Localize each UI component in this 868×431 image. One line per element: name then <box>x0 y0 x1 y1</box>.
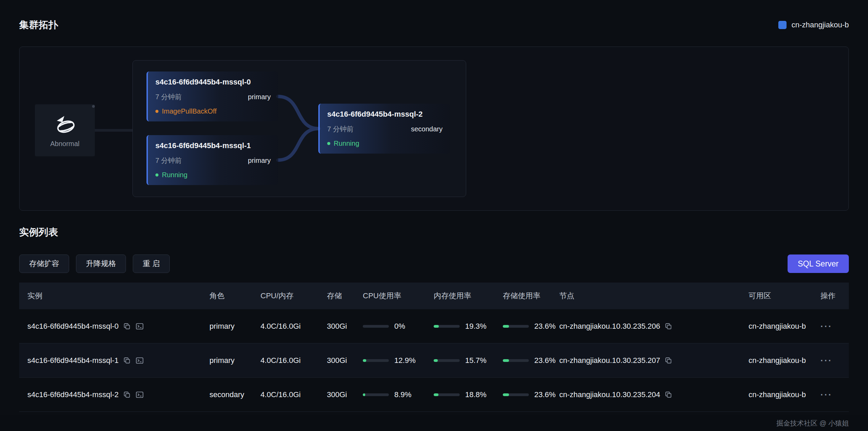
status-dot-icon <box>327 142 330 145</box>
zone-legend-label: cn-zhangjiakou-b <box>791 21 849 29</box>
pod-card-mssql-2[interactable]: s4c16-6f6d9445b4-mssql-2 7 分钟前 secondary… <box>318 104 450 154</box>
cluster-to-pods-connector <box>95 129 132 132</box>
pod-name: s4c16-6f6d9445b4-mssql-2 <box>327 110 443 119</box>
storage-usage-bar <box>503 359 529 362</box>
more-actions-icon[interactable]: ··· <box>820 356 832 365</box>
actions-cell: ··· <box>820 390 841 399</box>
storage-cell: 300Gi <box>327 356 363 365</box>
cpu-usage-bar <box>363 393 389 396</box>
storage-usage-bar <box>503 393 529 396</box>
mem-usage-value: 18.8% <box>465 390 486 399</box>
cpu-usage-value: 12.9% <box>394 356 416 365</box>
cpu-mem-cell: 4.0C/16.0Gi <box>260 390 327 399</box>
mem-usage-cell: 19.3% <box>434 322 503 331</box>
role-cell: secondary <box>209 390 260 399</box>
engine-button[interactable]: SQL Server <box>788 254 849 273</box>
copy-icon[interactable] <box>123 356 131 365</box>
table-row-mssql-0[interactable]: s4c16-6f6d9445b4-mssql-0 primary 4.0C/16… <box>19 309 849 343</box>
table-row-mssql-1[interactable]: s4c16-6f6d9445b4-mssql-1 primary 4.0C/16… <box>19 343 849 378</box>
pod-name: s4c16-6f6d9445b4-mssql-0 <box>155 78 271 87</box>
col-cpu-usage: CPU使用率 <box>363 291 434 301</box>
mem-usage-cell: 18.8% <box>434 390 503 399</box>
sqlserver-logo-icon <box>51 113 79 136</box>
topology-panel: Abnormal s4c16-6f6d9445b4-mssql-0 7 分钟前 … <box>19 47 849 211</box>
instances-title: 实例列表 <box>19 226 849 239</box>
pod-card-mssql-1[interactable]: s4c16-6f6d9445b4-mssql-1 7 分钟前 primary R… <box>146 135 278 185</box>
instance-name: s4c16-6f6d9445b4-mssql-1 <box>27 356 119 365</box>
page: 集群拓扑 cn-zhangjiakou-b Abnormal <box>0 0 868 431</box>
col-node: 节点 <box>559 291 749 301</box>
instances-table: 实例 角色 CPU/内存 存储 CPU使用率 内存使用率 存储使用率 节点 可用… <box>19 283 849 412</box>
cpu-usage-value: 8.9% <box>394 390 411 399</box>
cluster-status-node[interactable]: Abnormal <box>35 104 95 156</box>
copy-icon[interactable] <box>123 322 131 330</box>
restart-button[interactable]: 重 启 <box>133 254 170 273</box>
instances-toolbar: 存储扩容 升降规格 重 启 SQL Server <box>19 254 849 273</box>
cluster-connector-dot <box>92 105 95 108</box>
role-cell: primary <box>209 322 260 331</box>
cpu-mem-cell: 4.0C/16.0Gi <box>260 322 327 331</box>
node-cell: cn-zhangjiakou.10.30.235.206 <box>559 322 749 331</box>
storage-cell: 300Gi <box>327 322 363 331</box>
terminal-icon[interactable] <box>135 390 144 399</box>
pods-group-box: s4c16-6f6d9445b4-mssql-0 7 分钟前 primary I… <box>132 60 466 197</box>
pod-name: s4c16-6f6d9445b4-mssql-1 <box>155 141 271 150</box>
storage-usage-cell: 23.6% <box>503 322 559 331</box>
pod-age: 7 分钟前 <box>155 92 182 102</box>
terminal-icon[interactable] <box>135 356 144 365</box>
instance-cell: s4c16-6f6d9445b4-mssql-1 <box>27 356 209 365</box>
copy-icon[interactable] <box>123 391 131 399</box>
more-actions-icon[interactable]: ··· <box>820 390 832 399</box>
resize-spec-button[interactable]: 升降规格 <box>76 254 126 273</box>
copy-icon[interactable] <box>664 356 673 365</box>
pod-age: 7 分钟前 <box>327 125 354 134</box>
col-zone: 可用区 <box>749 291 820 301</box>
col-instance: 实例 <box>27 291 209 301</box>
status-dot-icon <box>155 173 158 177</box>
more-actions-icon[interactable]: ··· <box>820 322 832 331</box>
node-name: cn-zhangjiakou.10.30.235.204 <box>559 390 660 399</box>
col-mem-usage: 内存使用率 <box>434 291 503 301</box>
pod-meta: 7 分钟前 secondary <box>327 125 443 134</box>
role-cell: primary <box>209 356 260 365</box>
node-cell: cn-zhangjiakou.10.30.235.207 <box>559 356 749 365</box>
watermark: 掘金技术社区 @ 小猿姐 <box>777 419 849 428</box>
terminal-icon[interactable] <box>135 322 144 331</box>
footer-bar: 掘金技术社区 @ 小猿姐 <box>0 415 868 431</box>
pod-role: primary <box>248 93 271 101</box>
storage-expand-button[interactable]: 存储扩容 <box>19 254 69 273</box>
actions-cell: ··· <box>820 322 841 331</box>
cpu-usage-bar <box>363 325 389 328</box>
instance-cell: s4c16-6f6d9445b4-mssql-0 <box>27 322 209 331</box>
pod-meta: 7 分钟前 primary <box>155 92 271 102</box>
table-row-mssql-2[interactable]: s4c16-6f6d9445b4-mssql-2 secondary 4.0C/… <box>19 378 849 412</box>
pod-role: secondary <box>411 125 443 133</box>
status-dot-icon <box>155 110 158 113</box>
cpu-usage-cell: 0% <box>363 322 434 331</box>
node-cell: cn-zhangjiakou.10.30.235.204 <box>559 390 749 399</box>
zone-legend: cn-zhangjiakou-b <box>778 21 849 29</box>
pod-status-label: ImagePullBackOff <box>162 107 217 115</box>
pod-status-label: Running <box>162 171 188 179</box>
topology-header: 集群拓扑 cn-zhangjiakou-b <box>19 19 849 31</box>
col-storage-usage: 存储使用率 <box>503 291 559 301</box>
zone-cell: cn-zhangjiakou-b <box>749 390 820 399</box>
storage-cell: 300Gi <box>327 390 363 399</box>
copy-icon[interactable] <box>664 322 673 330</box>
cluster-status-label: Abnormal <box>50 140 80 148</box>
instance-name: s4c16-6f6d9445b4-mssql-0 <box>27 322 119 331</box>
pod-status-label: Running <box>334 140 359 147</box>
topology-title: 集群拓扑 <box>19 18 58 31</box>
copy-icon[interactable] <box>664 391 673 399</box>
col-actions: 操作 <box>820 291 841 301</box>
storage-usage-value: 23.6% <box>534 322 556 331</box>
storage-usage-value: 23.6% <box>534 390 556 399</box>
mem-usage-value: 19.3% <box>465 322 486 331</box>
zone-cell: cn-zhangjiakou-b <box>749 322 820 331</box>
pod-card-mssql-0[interactable]: s4c16-6f6d9445b4-mssql-0 7 分钟前 primary I… <box>146 71 278 121</box>
actions-cell: ··· <box>820 356 841 365</box>
col-storage: 存储 <box>327 291 363 301</box>
zone-cell: cn-zhangjiakou-b <box>749 356 820 365</box>
pod-meta: 7 分钟前 primary <box>155 156 271 165</box>
pod-status: ImagePullBackOff <box>155 107 271 115</box>
